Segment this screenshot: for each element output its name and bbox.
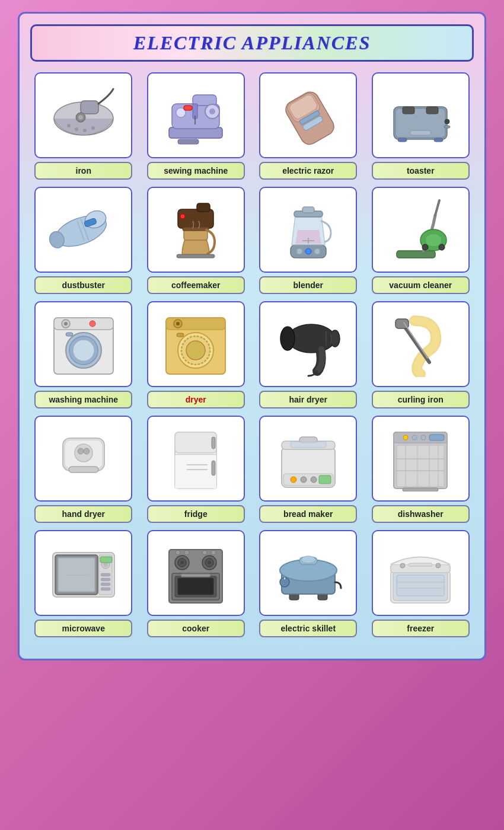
svg-point-143	[184, 550, 189, 555]
svg-rect-130	[100, 557, 112, 563]
svg-rect-29	[434, 138, 443, 142]
svg-rect-157	[397, 575, 444, 596]
svg-rect-74	[177, 333, 184, 337]
svg-point-142	[176, 550, 180, 555]
appliance-coffeemaker: coffeemaker	[143, 187, 250, 294]
svg-rect-126	[101, 573, 110, 576]
svg-rect-129	[101, 588, 110, 590]
appliance-freezer: freezer	[368, 530, 474, 637]
svg-point-73	[186, 341, 205, 360]
dryer-label: dryer	[147, 391, 245, 408]
vacuum-cleaner-label: vacuum cleaner	[372, 276, 470, 294]
fridge-label: fridge	[147, 505, 245, 523]
blender-image	[259, 187, 357, 273]
row-1: iron	[30, 72, 474, 180]
curling-iron-image	[372, 301, 470, 387]
svg-rect-91	[175, 455, 216, 489]
svg-rect-128	[101, 583, 110, 586]
dustbuster-image	[34, 187, 132, 273]
svg-point-160	[400, 563, 405, 568]
row-5: microwave	[30, 530, 474, 637]
svg-point-62	[90, 321, 95, 327]
title-box: ELECTRIC APPLIANCES	[30, 24, 474, 62]
appliance-electric-razor: electric razor	[255, 72, 362, 180]
svg-rect-66	[66, 333, 73, 336]
svg-point-85	[75, 444, 92, 462]
svg-rect-41	[183, 227, 209, 231]
iron-image	[34, 72, 132, 158]
svg-point-101	[291, 477, 296, 483]
svg-point-7	[91, 126, 95, 130]
svg-rect-89	[175, 432, 216, 453]
electric-skillet-image	[259, 530, 357, 616]
coffeemaker-label: coffeemaker	[147, 276, 245, 294]
dishwasher-label: dishwasher	[372, 505, 470, 523]
svg-point-54	[425, 234, 442, 247]
washing-machine-label: washing machine	[34, 391, 132, 408]
svg-rect-93	[212, 461, 215, 475]
appliance-cooker: cooker	[143, 530, 250, 637]
svg-point-3	[78, 115, 83, 120]
dustbuster-label: dustbuster	[34, 276, 132, 294]
appliance-dishwasher: dishwasher	[368, 416, 474, 523]
svg-point-145	[211, 550, 216, 555]
svg-rect-135	[181, 574, 210, 577]
appliance-fridge: fridge	[143, 416, 250, 523]
toaster-label: toaster	[372, 162, 470, 180]
electric-skillet-label: electric skillet	[259, 620, 357, 637]
coffeemaker-image	[147, 187, 245, 273]
svg-point-65	[73, 340, 94, 361]
svg-rect-107	[397, 445, 444, 487]
svg-point-4	[67, 124, 71, 127]
svg-point-61	[64, 322, 68, 325]
svg-point-144	[202, 550, 207, 555]
svg-point-45	[296, 248, 302, 254]
svg-line-57	[435, 200, 439, 215]
hand-dryer-label: hand dryer	[34, 505, 132, 523]
svg-rect-52	[397, 251, 435, 258]
svg-rect-99	[291, 442, 326, 448]
svg-rect-28	[398, 138, 407, 142]
appliance-electric-skillet: electric skillet	[255, 530, 362, 637]
appliance-microwave: microwave	[30, 530, 137, 637]
svg-rect-26	[426, 107, 438, 114]
svg-point-5	[75, 127, 78, 131]
curling-iron-label: curling iron	[372, 391, 470, 408]
svg-point-56	[439, 244, 445, 250]
svg-point-70	[176, 322, 180, 325]
appliance-curling-iron: curling iron	[368, 301, 474, 408]
dishwasher-image	[372, 416, 470, 502]
row-2: dustbuster	[30, 187, 474, 294]
svg-point-55	[422, 244, 428, 250]
hair-dryer-image	[259, 301, 357, 387]
svg-rect-92	[212, 437, 215, 449]
appliance-dustbuster: dustbuster	[30, 187, 137, 294]
appliance-toaster: toaster	[368, 72, 474, 180]
svg-rect-127	[101, 578, 110, 581]
svg-point-102	[301, 477, 307, 483]
hair-dryer-label: hair dryer	[259, 391, 357, 408]
svg-rect-104	[319, 475, 331, 484]
svg-rect-27	[410, 130, 431, 135]
svg-point-115	[403, 435, 408, 440]
svg-point-103	[311, 477, 317, 483]
svg-rect-16	[184, 106, 192, 110]
microwave-image	[34, 530, 132, 616]
blender-label: blender	[259, 276, 357, 294]
washing-machine-image	[34, 301, 132, 387]
svg-rect-42	[177, 254, 215, 258]
svg-rect-118	[429, 435, 444, 440]
freezer-image	[372, 530, 470, 616]
svg-rect-84	[69, 467, 98, 473]
appliance-vacuum-cleaner: vacuum cleaner	[368, 187, 474, 294]
svg-point-77	[330, 330, 340, 347]
bread-maker-image	[259, 416, 357, 502]
svg-rect-40	[197, 203, 210, 212]
appliance-blender: blender	[255, 187, 362, 294]
svg-rect-134	[178, 578, 213, 595]
svg-point-117	[421, 435, 426, 440]
appliance-washing-machine: washing machine	[30, 301, 137, 408]
appliance-hand-dryer: hand dryer	[30, 416, 137, 523]
svg-point-138	[180, 561, 184, 564]
svg-point-14	[209, 108, 215, 114]
